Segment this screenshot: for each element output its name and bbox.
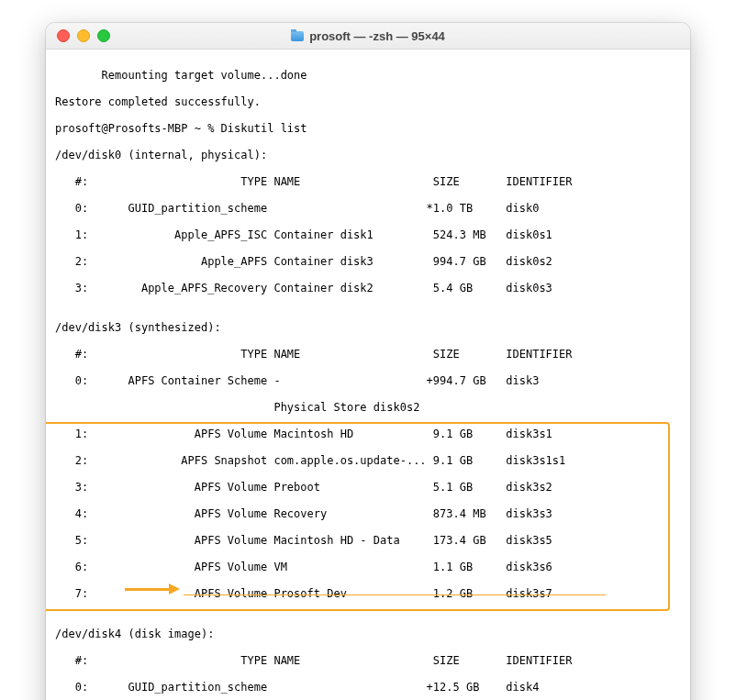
window-titlebar: prosoft — -zsh — 95×44: [46, 23, 690, 50]
window-title-text: prosoft — -zsh — 95×44: [309, 29, 445, 43]
close-button[interactable]: [57, 29, 70, 42]
table-row: 3: APFS Volume Preboot 5.1 GB disk3s2: [55, 481, 681, 494]
terminal-content[interactable]: Remounting target volume...done Restore …: [46, 50, 690, 700]
table-row: 2: APFS Snapshot com.apple.os.update-...…: [55, 454, 681, 468]
table-row: 6: APFS Volume VM 1.1 GB disk3s6: [55, 561, 681, 574]
disk-header: /dev/disk0 (internal, physical):: [55, 149, 681, 162]
output-line: Remounting target volume...done: [55, 69, 681, 83]
column-header: #: TYPE NAME SIZE IDENTIFIER: [55, 348, 681, 361]
terminal-window: prosoft — -zsh — 95×44 Remounting target…: [46, 23, 690, 700]
table-row: 0: GUID_partition_scheme *1.0 TB disk0: [55, 202, 681, 216]
table-row: 0: GUID_partition_scheme +12.5 GB disk4: [55, 681, 681, 694]
disk-header: /dev/disk4 (disk image):: [55, 628, 681, 641]
zoom-button[interactable]: [97, 29, 110, 42]
traffic-lights: [46, 29, 110, 42]
disk-header: /dev/disk3 (synthesized):: [55, 321, 681, 335]
table-row: 1: APFS Volume Macintosh HD 9.1 GB disk3…: [55, 428, 681, 441]
output-line: prosoft@Prosofts-MBP ~ % Diskutil list: [55, 122, 681, 136]
table-row: 0: APFS Container Scheme - +994.7 GB dis…: [55, 374, 681, 388]
table-row: 5: APFS Volume Macintosh HD - Data 173.4…: [55, 534, 681, 548]
table-row: Physical Store disk0s2: [55, 401, 681, 415]
table-row: 4: APFS Volume Recovery 873.4 MB disk3s3: [55, 507, 681, 521]
column-header: #: TYPE NAME SIZE IDENTIFIER: [55, 654, 681, 668]
folder-icon: [291, 31, 304, 41]
table-row: 2: Apple_APFS Container disk3 994.7 GB d…: [55, 255, 681, 269]
output-line: Restore completed successfully.: [55, 95, 681, 109]
column-header: #: TYPE NAME SIZE IDENTIFIER: [55, 175, 681, 189]
table-row: 1: Apple_APFS_ISC Container disk1 524.3 …: [55, 228, 681, 242]
table-row: 7: APFS Volume Prosoft Dev 1.2 GB disk3s…: [55, 587, 681, 601]
window-title: prosoft — -zsh — 95×44: [46, 29, 690, 43]
table-row: 3: Apple_APFS_Recovery Container disk2 5…: [55, 282, 681, 295]
minimize-button[interactable]: [77, 29, 90, 42]
